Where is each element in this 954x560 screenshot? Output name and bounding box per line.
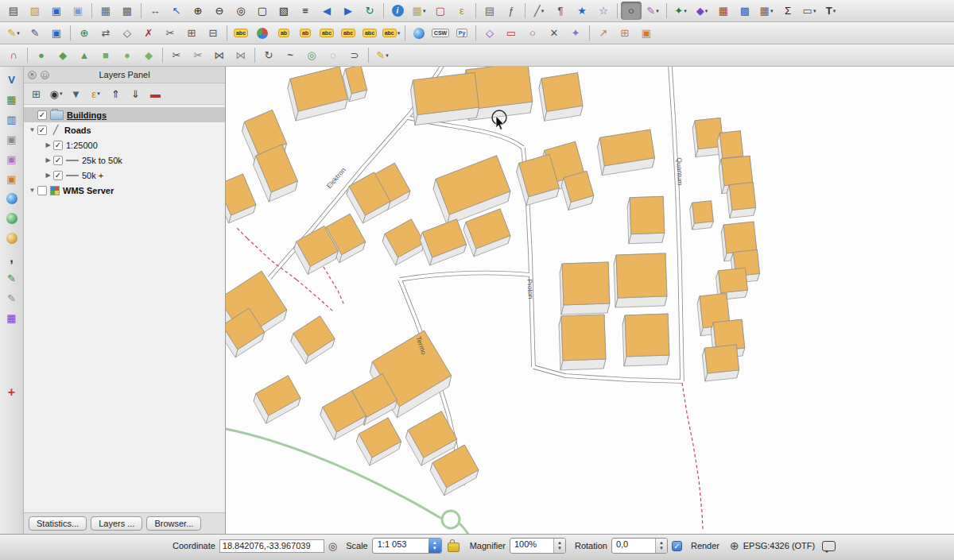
topology-line-button[interactable]: ◆: [52, 46, 73, 64]
snapping-options-button[interactable]: ∩: [3, 46, 24, 64]
paste-features-button[interactable]: ⊟: [203, 24, 223, 42]
python-console-button[interactable]: Py: [452, 24, 472, 42]
mouse-position-icon[interactable]: ◎: [328, 540, 337, 552]
message-log-icon[interactable]: [822, 541, 836, 551]
add-raster-layer-button[interactable]: ▦: [2, 91, 21, 108]
disclosure-arrow-icon[interactable]: ▼: [27, 126, 37, 133]
open-project-button[interactable]: ▨: [25, 2, 45, 20]
current-edits-button[interactable]: ✎▾: [3, 24, 24, 42]
add-vector-layer-button[interactable]: V: [2, 71, 21, 88]
raster-tool-button[interactable]: ▦: [713, 2, 734, 20]
split-parts-button[interactable]: ✂: [188, 46, 208, 64]
node-tool-button[interactable]: ◇: [117, 24, 138, 42]
active-map-tool-button[interactable]: ○: [621, 2, 642, 20]
show-bookmarks-button[interactable]: ☆: [593, 2, 614, 20]
save-project-as-button[interactable]: ▣: [68, 2, 88, 20]
zoom-out-button[interactable]: ⊖: [209, 2, 230, 20]
magic-wand-button[interactable]: ✦: [565, 24, 586, 42]
layer-checkbox[interactable]: [37, 186, 47, 195]
field-calculator-button[interactable]: ƒ: [501, 2, 522, 20]
render-checkbox[interactable]: ✓: [672, 541, 682, 551]
copy-features-button[interactable]: ⊞: [181, 24, 202, 42]
scale-combo[interactable]: 1:1 053 ▲▼: [372, 538, 442, 554]
grid-tools-button[interactable]: ▦▾: [756, 2, 777, 20]
merge-attributes-button[interactable]: ⋈: [231, 46, 251, 64]
expand-all-button[interactable]: ⇑: [107, 86, 125, 102]
topology-point-button[interactable]: ●: [31, 46, 52, 64]
label-properties-button[interactable]: abc▾: [381, 24, 401, 42]
deselect-all-button[interactable]: ▢: [430, 2, 451, 20]
shape-circle-button[interactable]: ○: [522, 24, 543, 42]
label-rotate-button[interactable]: abc: [359, 24, 380, 42]
offset-curve-button[interactable]: ⊃: [344, 46, 365, 64]
layer-checkbox[interactable]: ✓: [53, 141, 63, 150]
layer-row-50k[interactable]: ▶✓50k +: [24, 168, 225, 183]
add-delimited-text-layer-button[interactable]: ,: [2, 249, 21, 267]
csw-button[interactable]: CSW: [430, 24, 451, 42]
tab-statistics[interactable]: Statistics...: [29, 516, 87, 531]
new-spatialite-layer-button[interactable]: ✎: [2, 289, 21, 307]
cut-features-button[interactable]: ✂: [160, 24, 180, 42]
zoom-to-selection-button[interactable]: ▧: [273, 2, 294, 20]
rotate-feature-button[interactable]: ↻: [258, 46, 279, 64]
disclosure-arrow-icon[interactable]: ▶: [43, 141, 53, 149]
select-by-expression-button[interactable]: ε: [452, 2, 472, 20]
interpolation-button[interactable]: ▩: [735, 2, 755, 20]
remove-layer-button[interactable]: ▬: [146, 86, 165, 102]
scale-combo-arrows[interactable]: ▲▼: [429, 539, 441, 553]
add-wms-layer-button[interactable]: [2, 190, 21, 207]
pan-to-selection-button[interactable]: ↖: [166, 2, 187, 20]
crs-icon[interactable]: ⊕: [730, 539, 739, 552]
cad-tools-button[interactable]: ✕: [544, 24, 564, 42]
add-group-button[interactable]: ⊞: [27, 86, 45, 102]
add-feature-button[interactable]: ⊕: [74, 24, 95, 42]
text-annotation-button[interactable]: T▾: [820, 2, 841, 20]
plugin-green-button[interactable]: ✦▾: [670, 2, 691, 20]
topology-polygon-button[interactable]: ▲: [74, 46, 95, 64]
label-show-hide-button[interactable]: abc: [316, 24, 337, 42]
osm-upload-button[interactable]: ⊞: [615, 24, 635, 42]
add-wcs-layer-button[interactable]: [2, 210, 21, 227]
osm-download-button[interactable]: ↗: [593, 24, 614, 42]
layer-row-1-25000[interactable]: ▶✓1:25000: [24, 137, 225, 153]
topology-fill-button[interactable]: ■: [95, 46, 116, 64]
label-abc-button[interactable]: abc: [231, 24, 251, 42]
tab-browser[interactable]: Browser...: [146, 516, 201, 531]
save-project-button[interactable]: ▣: [46, 2, 67, 20]
refresh-map-button[interactable]: ↻: [359, 2, 380, 20]
delete-ring-button[interactable]: ◎: [301, 46, 322, 64]
zoom-native-button[interactable]: ◎: [231, 2, 251, 20]
add-postgis-layer-button[interactable]: ▥: [2, 110, 21, 128]
scalebar-button[interactable]: ▭▾: [799, 2, 820, 20]
layer-checkbox[interactable]: ✓: [53, 156, 63, 165]
rotation-steppers[interactable]: ▲▼: [655, 539, 667, 553]
split-features-button[interactable]: ✂: [166, 46, 187, 64]
move-feature-button[interactable]: ⇄: [95, 24, 116, 42]
label-move-button[interactable]: abc: [338, 24, 359, 42]
magnifier-spinbox[interactable]: 100% ▲▼: [510, 538, 566, 554]
crs-status[interactable]: EPSG:4326 (OTF): [743, 541, 815, 550]
new-composer-button[interactable]: ▦: [95, 2, 116, 20]
zoom-last-button[interactable]: ◀: [316, 2, 337, 20]
new-shapefile-layer-button[interactable]: ✎: [2, 269, 21, 287]
map-canvas[interactable]: ElektronTermoProtonQuantum: [226, 67, 954, 534]
zoom-next-button[interactable]: ▶: [338, 2, 359, 20]
metasearch-globe-button[interactable]: [409, 24, 429, 42]
filter-expression-button[interactable]: ε▾: [87, 86, 105, 102]
layer-checkbox[interactable]: ✓: [37, 110, 47, 120]
advanced-edits-button[interactable]: ✎▾: [372, 46, 393, 64]
tab-layers[interactable]: Layers ...: [91, 516, 142, 531]
style-manager-button[interactable]: [252, 24, 273, 42]
layer-checkbox[interactable]: ✓: [37, 126, 47, 135]
pan-map-button[interactable]: ↔: [145, 2, 165, 20]
coordinate-input[interactable]: [219, 539, 324, 553]
zoom-in-button[interactable]: ⊕: [188, 2, 208, 20]
disclosure-arrow-icon[interactable]: ▼: [27, 187, 37, 194]
annotation-button[interactable]: ✎▾: [642, 2, 663, 20]
shape-rectangle-button[interactable]: ▭: [501, 24, 522, 42]
zoom-full-button[interactable]: ▢: [252, 2, 273, 20]
filter-legend-button[interactable]: ▼: [67, 86, 85, 102]
scale-lock-icon[interactable]: [448, 543, 460, 552]
measure-button[interactable]: ╱▾: [529, 2, 549, 20]
topology-node-button[interactable]: ●: [117, 46, 138, 64]
